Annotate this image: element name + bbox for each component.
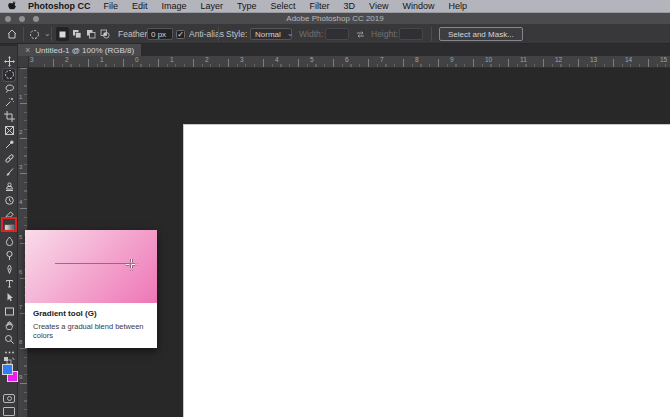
window-title-bar: Adobe Photoshop CC 2019 — [0, 13, 670, 24]
ruler-label: 5 — [310, 56, 314, 63]
document-canvas[interactable] — [183, 124, 670, 417]
separator — [51, 27, 52, 41]
document-tab-bar: × Untitled-1 @ 100% (RGB/8) — [0, 44, 670, 56]
width-label: Width: — [299, 24, 323, 44]
tool-rectangle[interactable] — [3, 305, 15, 317]
ruler-corner — [18, 56, 29, 68]
separator — [23, 27, 24, 41]
ruler-label: 14 — [625, 56, 632, 63]
ruler-label: 9 — [450, 56, 454, 63]
tool-frame[interactable] — [3, 125, 15, 137]
separator — [218, 27, 219, 41]
tool-dodge[interactable] — [3, 250, 15, 262]
subtract-from-selection-mode-button[interactable] — [84, 27, 97, 41]
quick-mask-button[interactable] — [3, 394, 15, 403]
ruler-label: 15 — [660, 56, 667, 63]
ruler-label: 1 — [100, 56, 104, 63]
tool-marquee[interactable] — [3, 69, 15, 81]
menu-type[interactable]: Type — [230, 0, 264, 13]
ruler-label: 2 — [65, 56, 69, 63]
tool-crop[interactable] — [3, 111, 15, 123]
default-colors-icon[interactable] — [3, 352, 15, 362]
tool-lasso[interactable] — [3, 83, 15, 95]
window-title: Adobe Photoshop CC 2019 — [0, 13, 670, 24]
chevron-down-icon: ⌄ — [44, 31, 51, 37]
menu-items: FileEditImageLayerTypeSelectFilter3DView… — [97, 0, 475, 13]
ruler-label: 6 — [345, 56, 349, 63]
horizontal-ruler[interactable]: 3210123456789101112131415 — [18, 56, 670, 68]
menu-view[interactable]: View — [362, 0, 395, 13]
marquee-preset-icon — [29, 29, 40, 40]
ruler-label: 7 — [380, 56, 384, 63]
tool-history-brush[interactable] — [3, 194, 15, 206]
tool-healing-brush[interactable] — [3, 152, 15, 164]
tool-tooltip: Gradient tool (G) Creates a gradual blen… — [25, 230, 157, 348]
ruler-label: 3 — [19, 164, 22, 170]
menu-file[interactable]: File — [97, 0, 126, 13]
ruler-label: 0 — [135, 56, 139, 63]
tool-type[interactable] — [3, 277, 15, 289]
width-input[interactable] — [325, 28, 349, 40]
tool-options-bar: ⌄ Feather: ✓ Anti-alias Style: Normal ⌄ … — [0, 24, 670, 44]
style-dropdown[interactable]: Normal ⌄ — [250, 28, 292, 40]
ruler-label: 2 — [19, 129, 22, 135]
anti-alias-checkbox[interactable]: ✓ — [176, 30, 185, 39]
add-to-selection-mode-button[interactable] — [70, 27, 83, 41]
feather-label: Feather: — [118, 24, 150, 44]
ruler-label: 5 — [19, 234, 22, 240]
ruler-label: 7 — [19, 304, 22, 310]
tool-eyedropper[interactable] — [3, 138, 15, 150]
document-tab[interactable]: × Untitled-1 @ 100% (RGB/8) — [18, 44, 141, 56]
tool-pen[interactable] — [3, 264, 15, 276]
tool-zoom[interactable] — [3, 333, 15, 345]
menu-window[interactable]: Window — [395, 0, 441, 13]
ruler-label: 3 — [240, 56, 244, 63]
tool-brush[interactable] — [3, 166, 15, 178]
menu-edit[interactable]: Edit — [125, 0, 155, 13]
tool-blur[interactable] — [3, 236, 15, 248]
ruler-label: 4 — [19, 199, 22, 205]
menu-3d[interactable]: 3D — [337, 0, 363, 13]
foreground-color-swatch[interactable] — [2, 364, 13, 375]
tool-magic-wand[interactable] — [3, 97, 15, 109]
ruler-label: 1 — [170, 56, 174, 63]
screen-mode-button[interactable] — [3, 407, 15, 416]
chevron-down-icon: ⌄ — [287, 31, 294, 37]
height-input[interactable] — [399, 28, 423, 40]
tool-path-selection[interactable] — [3, 291, 15, 303]
tooltip-title: Gradient tool (G) — [33, 309, 149, 318]
tool-clone-stamp[interactable] — [3, 180, 15, 192]
height-label: Height: — [371, 24, 398, 44]
quick-mask-icon — [7, 396, 12, 401]
new-selection-mode-button[interactable] — [56, 27, 69, 41]
menu-select[interactable]: Select — [264, 0, 303, 13]
ruler-label: 11 — [520, 56, 527, 63]
home-icon[interactable] — [6, 24, 18, 44]
ruler-label: 8 — [415, 56, 419, 63]
menu-layer[interactable]: Layer — [194, 0, 231, 13]
ruler-label: 1 — [19, 94, 22, 100]
ruler-label: 3 — [30, 56, 34, 63]
apple-logo-icon[interactable] — [8, 1, 18, 12]
menu-app-name[interactable]: Photoshop CC — [28, 1, 91, 11]
menu-image[interactable]: Image — [155, 0, 194, 13]
close-tab-icon[interactable]: × — [25, 45, 30, 55]
crosshair-cursor-icon — [125, 257, 138, 270]
gradient-demo-line — [55, 263, 131, 264]
ruler-label: 6 — [19, 269, 22, 275]
swap-dimensions-icon[interactable] — [355, 24, 366, 44]
menu-help[interactable]: Help — [441, 0, 474, 13]
separator — [431, 27, 432, 41]
ruler-label: 10 — [485, 56, 492, 63]
ruler-label: 4 — [275, 56, 279, 63]
color-swatches — [2, 364, 17, 388]
tool-preset-picker[interactable]: ⌄ — [29, 24, 51, 44]
select-and-mask-button[interactable]: Select and Mask... — [439, 27, 523, 41]
ruler-label: 2 — [205, 56, 209, 63]
tool-hand[interactable] — [3, 319, 15, 331]
menu-filter[interactable]: Filter — [303, 0, 337, 13]
feather-input[interactable] — [147, 28, 173, 40]
tool-move[interactable] — [3, 55, 15, 67]
intersect-selection-mode-button[interactable] — [98, 27, 111, 41]
ruler-label: 9 — [19, 374, 22, 380]
